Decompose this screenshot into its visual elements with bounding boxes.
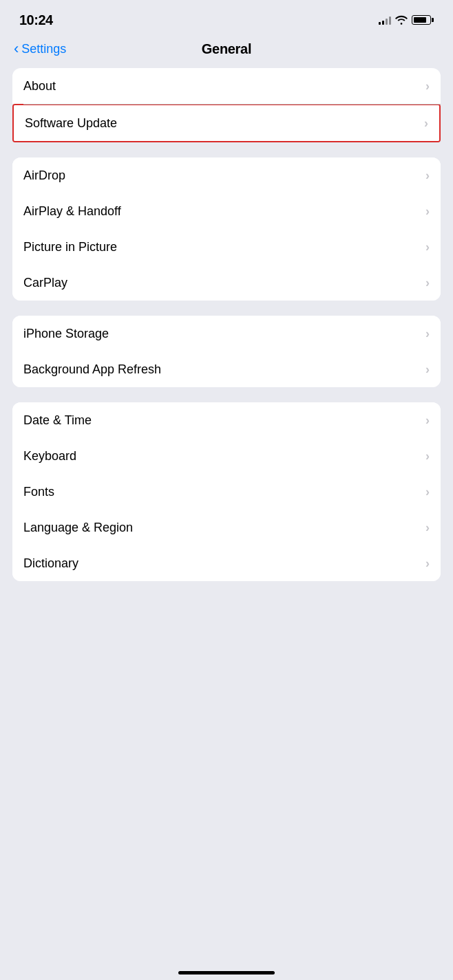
- row-label-background-app-refresh: Background App Refresh: [23, 362, 161, 377]
- back-chevron-icon: ‹: [14, 41, 19, 56]
- settings-container: About › Software Update › AirDrop › AirP…: [0, 68, 453, 581]
- row-label-keyboard: Keyboard: [23, 449, 76, 464]
- settings-row-airdrop[interactable]: AirDrop ›: [12, 157, 441, 193]
- chevron-icon-background-app-refresh: ›: [425, 362, 430, 377]
- row-label-picture-in-picture: Picture in Picture: [23, 240, 117, 254]
- settings-row-fonts[interactable]: Fonts ›: [12, 474, 441, 510]
- back-button[interactable]: ‹ Settings: [14, 42, 66, 56]
- chevron-icon-fonts: ›: [425, 485, 430, 499]
- row-label-date-time: Date & Time: [23, 413, 92, 428]
- settings-row-date-time[interactable]: Date & Time ›: [12, 402, 441, 438]
- row-label-airdrop: AirDrop: [23, 168, 65, 183]
- status-icons: [379, 15, 434, 25]
- chevron-icon-iphone-storage: ›: [425, 327, 430, 341]
- settings-row-about[interactable]: About ›: [12, 68, 441, 104]
- nav-bar: ‹ Settings General: [0, 36, 453, 68]
- chevron-icon-software-update: ›: [424, 116, 428, 131]
- row-label-software-update: Software Update: [25, 116, 117, 131]
- chevron-icon-picture-in-picture: ›: [425, 240, 430, 254]
- settings-row-picture-in-picture[interactable]: Picture in Picture ›: [12, 229, 441, 265]
- back-label: Settings: [21, 42, 66, 56]
- row-label-airplay-handoff: AirPlay & Handoff: [23, 204, 121, 219]
- row-label-about: About: [23, 79, 56, 94]
- chevron-icon-language-region: ›: [425, 521, 430, 535]
- settings-row-language-region[interactable]: Language & Region ›: [12, 510, 441, 545]
- settings-row-background-app-refresh[interactable]: Background App Refresh ›: [12, 351, 441, 387]
- settings-group-1: About › Software Update ›: [12, 68, 441, 142]
- battery-icon: [412, 15, 434, 25]
- settings-group-3: iPhone Storage › Background App Refresh …: [12, 316, 441, 387]
- home-indicator: [0, 963, 453, 980]
- settings-group-4: Date & Time › Keyboard › Fonts › Languag…: [12, 402, 441, 581]
- chevron-icon-about: ›: [425, 79, 430, 94]
- settings-row-software-update[interactable]: Software Update ›: [14, 105, 439, 141]
- signal-icon: [379, 15, 391, 25]
- row-label-iphone-storage: iPhone Storage: [23, 327, 109, 341]
- chevron-icon-carplay: ›: [425, 276, 430, 290]
- row-label-fonts: Fonts: [23, 485, 54, 499]
- row-label-dictionary: Dictionary: [23, 556, 78, 571]
- software-update-highlight: Software Update ›: [12, 104, 441, 142]
- settings-row-dictionary[interactable]: Dictionary ›: [12, 545, 441, 581]
- chevron-icon-airplay-handoff: ›: [425, 204, 430, 219]
- chevron-icon-airdrop: ›: [425, 168, 430, 183]
- chevron-icon-dictionary: ›: [425, 556, 430, 571]
- status-bar: 10:24: [0, 0, 453, 36]
- page-title: General: [202, 41, 251, 57]
- settings-group-2: AirDrop › AirPlay & Handoff › Picture in…: [12, 157, 441, 301]
- chevron-icon-keyboard: ›: [425, 449, 430, 464]
- settings-row-keyboard[interactable]: Keyboard ›: [12, 438, 441, 474]
- status-time: 10:24: [19, 12, 53, 28]
- chevron-icon-date-time: ›: [425, 413, 430, 428]
- home-bar: [178, 971, 275, 974]
- row-label-carplay: CarPlay: [23, 276, 67, 290]
- row-label-language-region: Language & Region: [23, 521, 133, 535]
- settings-row-iphone-storage[interactable]: iPhone Storage ›: [12, 316, 441, 351]
- wifi-icon: [395, 15, 408, 25]
- settings-row-airplay-handoff[interactable]: AirPlay & Handoff ›: [12, 193, 441, 229]
- settings-row-carplay[interactable]: CarPlay ›: [12, 265, 441, 301]
